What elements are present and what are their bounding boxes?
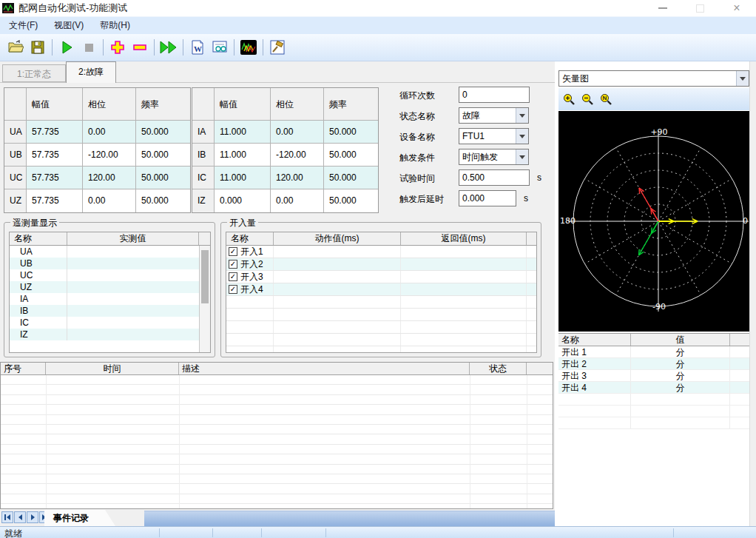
phasor-value-cell[interactable]: 50.000: [136, 167, 190, 189]
column-header-name: 名称: [226, 232, 274, 245]
checkbox-checked[interactable]: ✓: [229, 272, 237, 281]
export-word-button[interactable]: W: [186, 36, 209, 58]
telemetry-name: UC: [10, 269, 67, 281]
menu-view[interactable]: 视图(V): [47, 16, 91, 35]
checkbox-checked[interactable]: ✓: [229, 285, 237, 294]
chevron-down-icon[interactable]: [736, 71, 749, 86]
zoom-out-button[interactable]: [580, 92, 595, 107]
phasor-value-cell[interactable]: 11.000: [215, 144, 271, 167]
digital-input-row[interactable]: ✓开入3: [226, 271, 536, 283]
chevron-down-icon[interactable]: [516, 129, 528, 144]
app-icon: [2, 2, 14, 14]
post-trigger-delay-input[interactable]: [459, 190, 516, 206]
view-selector[interactable]: 矢量图: [558, 70, 749, 87]
output-value: 分: [631, 346, 730, 357]
tab-normal-state[interactable]: 1:正常态: [2, 64, 66, 82]
device-name-select[interactable]: FTU1: [459, 128, 529, 144]
digital-input-row[interactable]: ✓开入2: [226, 258, 536, 271]
phasor-value-cell[interactable]: 50.000: [324, 167, 378, 189]
tab-fault-state[interactable]: 2:故障: [66, 61, 116, 83]
bottom-nav-strip: 事件记录: [0, 509, 555, 526]
telemetry-body: UAUBUCUZIAIBICIZ: [10, 246, 200, 353]
telemetry-scrollbar[interactable]: [199, 246, 210, 353]
report-preview-button[interactable]: [209, 36, 231, 58]
zoom-in-button[interactable]: [561, 92, 577, 107]
row-label: UC: [4, 167, 27, 189]
waveform-view-button[interactable]: [237, 36, 260, 58]
remove-state-button[interactable]: [129, 36, 151, 58]
state-name-select[interactable]: 故障: [459, 107, 529, 124]
empty-row: [558, 394, 749, 406]
zoom-reset-button[interactable]: N: [598, 92, 614, 107]
column-header: 相位: [83, 88, 136, 121]
phasor-value-cell[interactable]: 11.000: [215, 167, 271, 189]
phasor-value-cell[interactable]: 57.735: [27, 121, 83, 144]
stop-icon: [81, 39, 97, 56]
digital-input-row[interactable]: ✓开入1: [226, 246, 536, 258]
trigger-condition-select[interactable]: 时间触发: [459, 149, 529, 165]
grid-line: [46, 375, 47, 508]
output-row: 开出 1分: [558, 346, 749, 358]
output-name: 开出 1: [558, 346, 631, 357]
title-bar: 配网自动化测试-功能测试 ×: [0, 0, 756, 16]
column-header-name: 名称: [558, 334, 631, 346]
phasor-value-cell[interactable]: 57.735: [27, 167, 83, 189]
checkbox-checked[interactable]: ✓: [229, 260, 237, 269]
close-button[interactable]: ×: [727, 1, 746, 15]
phasor-value-cell[interactable]: 50.000: [136, 144, 190, 167]
menu-file[interactable]: 文件(F): [1, 16, 45, 35]
phasor-value-cell[interactable]: 11.000: [215, 121, 271, 144]
menu-help[interactable]: 帮助(H): [92, 16, 138, 35]
trigger-condition-row: 触发条件时间触发: [396, 149, 555, 167]
row-label: IB: [192, 144, 215, 167]
nav-next-button[interactable]: [27, 511, 38, 523]
phasor-value-cell[interactable]: 50.000: [324, 144, 378, 167]
checkbox-checked[interactable]: ✓: [229, 247, 237, 256]
chevron-down-icon[interactable]: [516, 108, 528, 123]
phasor-value-cell[interactable]: 120.00: [83, 167, 136, 189]
table-header-row: 幅值相位频率: [192, 88, 378, 121]
digital-input-name: ✓开入2: [226, 258, 274, 270]
table-row: UC57.735120.0050.000: [4, 167, 190, 189]
nav-prev-button[interactable]: [14, 511, 26, 523]
phasor-value-cell[interactable]: 120.00: [271, 167, 324, 189]
table-row: UB57.735-120.0050.000: [4, 144, 190, 167]
run-button[interactable]: [55, 36, 78, 58]
maximize-button[interactable]: [690, 1, 709, 15]
stop-button[interactable]: [78, 36, 100, 58]
minimize-button[interactable]: [653, 1, 672, 15]
digital-input-row[interactable]: ✓开入4: [226, 283, 536, 296]
table-header-row: 幅值相位频率: [4, 88, 190, 121]
phasor-value-cell[interactable]: 50.000: [136, 121, 190, 144]
window-title: 配网自动化测试-功能测试: [18, 1, 127, 15]
report-glasses-icon: [212, 40, 228, 55]
chevron-down-icon[interactable]: [516, 149, 528, 164]
phasor-value-cell[interactable]: 0.00: [83, 121, 136, 144]
save-button[interactable]: [27, 36, 49, 58]
run-sequence-button[interactable]: [158, 36, 180, 58]
phasor-value-cell[interactable]: -120.00: [271, 144, 324, 167]
nav-first-button[interactable]: [1, 511, 13, 523]
phasor-value-cell[interactable]: -120.00: [83, 144, 136, 167]
phasor-value-cell[interactable]: 0.00: [271, 121, 324, 144]
loop-count-input[interactable]: [459, 87, 530, 103]
phasor-value-cell[interactable]: 0.000: [215, 189, 271, 212]
phasor-value-cell[interactable]: 0.00: [83, 189, 136, 212]
toolbar-separator: [103, 39, 104, 56]
add-state-button[interactable]: [107, 36, 129, 58]
open-button[interactable]: [4, 36, 27, 58]
phasor-value-cell[interactable]: 50.000: [324, 121, 378, 144]
zoom-in-icon: [563, 93, 576, 106]
tab-event-record[interactable]: 事件记录: [44, 510, 115, 526]
app-window: 配网自动化测试-功能测试 × 文件(F) 视图(V) 帮助(H): [0, 0, 756, 538]
phasor-IA: [658, 219, 674, 224]
scrollbar-thumb[interactable]: [201, 250, 209, 303]
test-time-input[interactable]: [459, 169, 530, 186]
phasor-value-cell[interactable]: 50.000: [136, 189, 190, 212]
test-time-label: 试验时间: [399, 172, 435, 185]
phasor-value-cell[interactable]: 57.735: [27, 144, 83, 167]
phasor-value-cell[interactable]: 57.735: [27, 189, 83, 212]
tools-button[interactable]: [266, 36, 288, 58]
phasor-value-cell[interactable]: 50.000: [324, 189, 378, 212]
phasor-value-cell[interactable]: 0.00: [271, 189, 324, 212]
